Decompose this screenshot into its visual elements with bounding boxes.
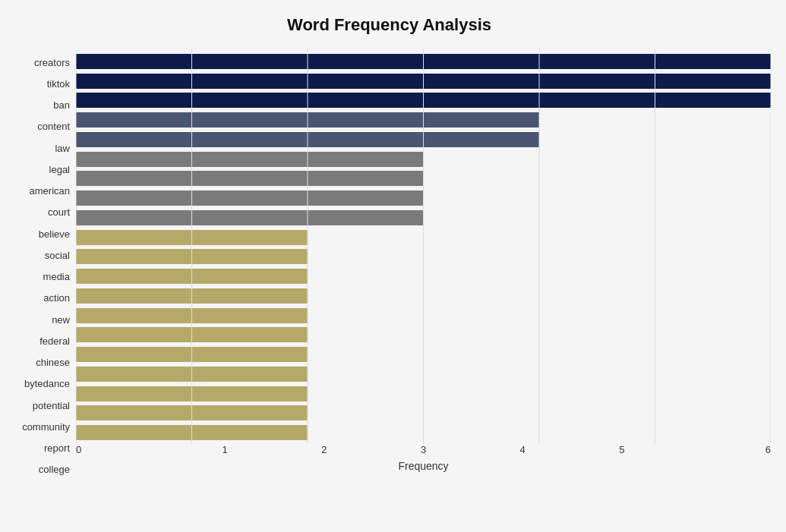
y-label: college: [39, 461, 70, 479]
y-label: community: [22, 417, 70, 436]
bar: [76, 386, 308, 401]
bar: [76, 171, 424, 186]
bar-row: [76, 307, 771, 325]
y-label: tiktok: [47, 74, 70, 93]
bar: [76, 93, 771, 108]
bar: [76, 249, 308, 264]
bar-row: [76, 345, 771, 364]
bar: [76, 112, 539, 127]
bar-row: [76, 423, 771, 442]
x-tick: 5: [573, 444, 672, 455]
y-label: report: [44, 439, 70, 458]
x-tick: 2: [274, 444, 374, 455]
bar: [76, 367, 308, 382]
plot-wrapper: 0123456 Frequency: [76, 49, 771, 482]
y-label: bytedance: [24, 375, 70, 393]
y-label: ban: [53, 96, 70, 115]
bar: [76, 425, 308, 440]
y-label: chinese: [36, 354, 70, 372]
bar: [76, 132, 539, 147]
bar-row: [76, 267, 771, 285]
bar-row: [76, 91, 771, 109]
bars-section: [76, 49, 771, 444]
bar: [76, 190, 424, 206]
bar: [76, 54, 771, 69]
bar: [76, 347, 308, 362]
bar: [76, 269, 308, 284]
y-label: new: [52, 310, 70, 329]
x-tick: 1: [175, 444, 275, 455]
bar-row: [76, 150, 771, 168]
y-label: federal: [39, 332, 70, 350]
x-axis-label: Frequency: [76, 460, 771, 472]
y-label: action: [43, 289, 70, 307]
bar: [76, 327, 308, 342]
y-label: believe: [39, 225, 70, 243]
y-label: potential: [33, 396, 70, 414]
y-label: law: [55, 139, 70, 157]
bar-row: [76, 228, 771, 247]
bar: [76, 288, 308, 304]
x-axis-area: 0123456 Frequency: [76, 444, 771, 482]
y-label: social: [45, 246, 70, 264]
bar: [76, 405, 308, 420]
y-label: american: [30, 182, 70, 200]
bar-row: [76, 131, 771, 149]
x-ticks: 0123456: [76, 444, 771, 455]
bar-row: [76, 111, 771, 129]
y-label: court: [48, 203, 70, 222]
chart-title: Word Frequency Analysis: [8, 8, 771, 49]
bar-row: [76, 326, 771, 344]
bar: [76, 74, 771, 89]
bar-row: [76, 52, 771, 71]
bar-row: [76, 72, 771, 90]
x-tick: 3: [374, 444, 473, 455]
bar-row: [76, 189, 771, 207]
y-label: media: [43, 268, 70, 286]
bar-row: [76, 169, 771, 187]
bar-row: [76, 365, 771, 383]
x-tick: 6: [671, 444, 771, 455]
y-axis: creatorstiktokbancontentlawlegalamerican…: [8, 49, 76, 482]
y-label: content: [37, 118, 70, 136]
bar: [76, 210, 424, 225]
bar-row: [76, 209, 771, 227]
bar-row: [76, 404, 771, 422]
y-label: creators: [34, 53, 70, 71]
y-label: legal: [49, 160, 70, 178]
bar: [76, 152, 424, 167]
x-tick: 0: [76, 444, 175, 455]
x-tick: 4: [473, 444, 573, 455]
bar-row: [76, 247, 771, 266]
bar: [76, 230, 308, 245]
chart-container: Word Frequency Analysis creatorstiktokba…: [0, 0, 786, 532]
chart-area: creatorstiktokbancontentlawlegalamerican…: [8, 49, 771, 482]
bar-row: [76, 385, 771, 403]
bar: [76, 308, 308, 323]
bar-row: [76, 287, 771, 305]
